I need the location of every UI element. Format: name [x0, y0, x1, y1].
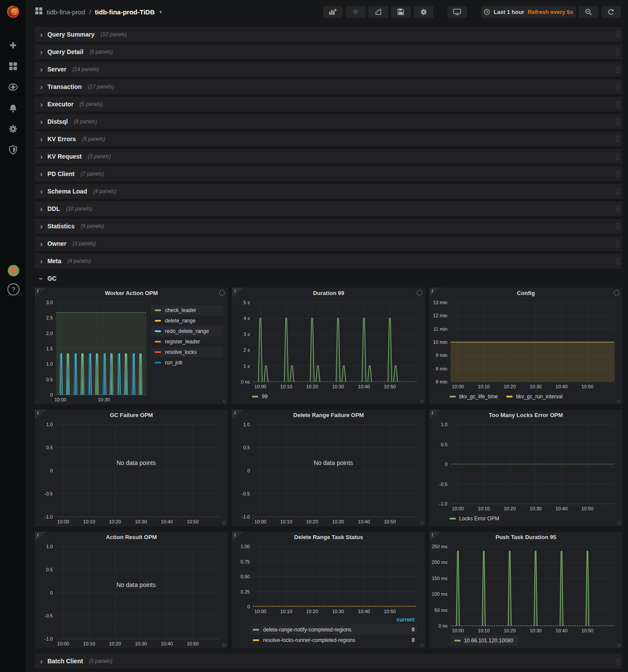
drag-handle-icon[interactable]: ⣿ [615, 65, 620, 73]
drag-handle-icon[interactable]: ⣿ [615, 187, 620, 195]
resize-handle-icon[interactable] [420, 400, 424, 403]
time-picker-button[interactable]: Last 1 hour Refresh every 5s [481, 6, 576, 18]
settings-gear-button[interactable] [414, 6, 433, 18]
tv-mode-button[interactable] [447, 6, 467, 18]
legend-item[interactable]: resolve_locks [151, 347, 223, 357]
breadcrumb-folder[interactable]: tidb-fina-prod [47, 8, 85, 16]
grafana-logo[interactable] [5, 3, 21, 20]
legend-item[interactable]: tikv_gc_life_time [450, 394, 498, 400]
explore-compass-icon[interactable] [8, 82, 18, 92]
drag-handle-icon[interactable]: ⣿ [615, 205, 620, 213]
panel-title[interactable]: Delete Range Failure OPM [232, 410, 425, 421]
drag-handle-icon[interactable]: ⣿ [615, 657, 620, 665]
chart-area[interactable]: 1.000.750.500.25010:0010:1010:2010:3010:… [234, 543, 421, 615]
resize-handle-icon[interactable] [618, 644, 621, 647]
resize-handle-icon[interactable] [223, 522, 226, 525]
drag-handle-icon[interactable]: ⣿ [615, 48, 620, 56]
svg-text:0.5: 0.5 [243, 445, 250, 450]
dashboard-row[interactable]: › Query Summary (10 panels) ⣿ [35, 27, 622, 42]
legend-item[interactable]: register_leader [151, 336, 223, 347]
resize-handle-icon[interactable] [223, 400, 226, 403]
resize-handle-icon[interactable] [420, 522, 424, 525]
resize-handle-icon[interactable] [618, 400, 621, 403]
legend-current-header[interactable]: current [250, 615, 417, 624]
legend-item[interactable]: delete_range [151, 316, 223, 326]
legend-item[interactable]: Locks Error OPM [450, 516, 499, 522]
chart-area[interactable]: 5 s4 s3 s2 s1 s0 ns10:0010:1010:2010:301… [234, 299, 421, 390]
configuration-gear-icon[interactable] [8, 124, 18, 134]
legend-item[interactable]: run_job [151, 357, 223, 368]
help-icon[interactable]: ? [7, 283, 20, 295]
drag-handle-icon[interactable]: ⣿ [615, 153, 620, 160]
svg-text:100 ms: 100 ms [432, 591, 448, 597]
dashboard-row[interactable]: › Owner (3 panels) ⣿ [35, 236, 622, 251]
legend-item[interactable]: check_leader [151, 305, 223, 316]
chart-area[interactable]: 250 ms200 ms150 ms100 ms50 ms0 ns10:0010… [431, 543, 619, 635]
share-button[interactable] [369, 6, 388, 18]
resize-handle-icon[interactable] [420, 644, 424, 647]
sidebar: ? [0, 0, 26, 672]
legend-item[interactable]: 99 [252, 394, 267, 400]
panel-title[interactable]: Duration 99 [232, 288, 425, 299]
svg-text:10:20: 10:20 [504, 384, 516, 389]
star-button[interactable]: ☆ [346, 6, 365, 18]
add-panel-button[interactable] [323, 6, 343, 18]
drag-handle-icon[interactable]: ⣿ [615, 240, 620, 248]
chart-area[interactable]: 3.02.52.01.51.00.5010:0010:30 [37, 299, 151, 404]
legend-item[interactable]: delete-range-notify-completed-regions0 [250, 624, 417, 635]
dashboard-row[interactable]: › Batch Client (5 panels) ⣿ [35, 654, 622, 669]
create-plus-icon[interactable] [8, 40, 18, 51]
legend-table: currentdelete-range-notify-completed-reg… [234, 615, 421, 648]
dashboard-row[interactable]: › PD Client (7 panels) ⣿ [35, 166, 622, 181]
dashboard-row[interactable]: › Schema Load (4 panels) ⣿ [35, 184, 622, 199]
panel-title[interactable]: Push Task Duration 95 [430, 532, 622, 543]
panel-title[interactable]: Delete Range Task Status [232, 532, 425, 543]
legend-item[interactable]: tikv_gc_run_interval [506, 394, 563, 400]
drag-handle-icon[interactable]: ⣿ [615, 135, 620, 143]
dashboard-row[interactable]: › Executor (5 panels) ⣿ [35, 97, 622, 112]
panel-title[interactable]: GC Failure OPM [35, 410, 228, 421]
dashboard-row[interactable]: › Query Detail (6 panels) ⣿ [35, 44, 622, 59]
drag-handle-icon[interactable]: ⣿ [615, 83, 620, 91]
drag-handle-icon[interactable]: ⣿ [615, 257, 620, 265]
chart-area[interactable]: 1.00.50-0.5-1.010:0010:1010:2010:3010:40… [431, 421, 619, 512]
panel-title[interactable]: Config [430, 288, 622, 299]
legend-item[interactable]: resolve-locks-runner-completed-regions0 [250, 635, 417, 645]
legend: 10.66.101.120:10080 [431, 635, 619, 648]
svg-text:1.5: 1.5 [46, 346, 53, 351]
zoom-out-button[interactable] [579, 6, 598, 18]
chart-area[interactable]: No data points1.00.50-0.5-1.010:0010:101… [234, 421, 421, 526]
dashboard-row[interactable]: › KV Errors (5 panels) ⣿ [35, 132, 622, 146]
save-button[interactable] [391, 6, 411, 18]
dashboard-row[interactable]: › Statistics (9 panels) ⣿ [35, 219, 622, 234]
resize-handle-icon[interactable] [223, 644, 226, 647]
drag-handle-icon[interactable]: ⣿ [615, 118, 620, 126]
drag-handle-icon[interactable]: ⣿ [615, 222, 620, 230]
user-avatar[interactable] [7, 265, 20, 277]
legend-item[interactable]: 10.66.101.120:10080 [450, 635, 518, 646]
dashboard-row[interactable]: › Transaction (17 panels) ⣿ [35, 79, 622, 94]
chart-area[interactable]: No data points1.00.50-0.5-1.010:0010:101… [37, 421, 224, 526]
row-gc-header[interactable]: › GC [35, 271, 622, 286]
panel-title[interactable]: Action Result OPM [35, 532, 228, 543]
resize-handle-icon[interactable] [618, 522, 621, 525]
breadcrumb[interactable]: tidb-fina-prod / tidb-fina-prod-TiDB ▾ [35, 7, 162, 17]
dashboard-row[interactable]: › DDL (10 panels) ⣿ [35, 201, 622, 216]
chart-area[interactable]: No data points1.00.50-0.5-1.010:0010:101… [37, 543, 224, 648]
dashboard-row[interactable]: › Meta (4 panels) ⣿ [35, 254, 622, 268]
drag-handle-icon[interactable]: ⣿ [615, 170, 620, 178]
chart-area[interactable]: 13 min12 min11 min10 min9 min8 min8 min1… [431, 299, 619, 390]
dashboard-row[interactable]: › Distsql (8 panels) ⣿ [35, 114, 622, 129]
drag-handle-icon[interactable]: ⣿ [615, 100, 620, 108]
alerting-bell-icon[interactable] [8, 103, 18, 113]
legend-item[interactable]: redo_delete_range [151, 326, 223, 336]
server-admin-shield-icon[interactable] [8, 145, 18, 155]
panel-title[interactable]: Worker Action OPM [35, 288, 228, 299]
panel-title[interactable]: Too Many Locks Error OPM [430, 410, 622, 421]
dashboards-icon[interactable] [8, 61, 18, 71]
dashboard-row[interactable]: › KV Request (3 panels) ⣿ [35, 149, 622, 164]
dashboard-title[interactable]: tidb-fina-prod-TiDB [95, 8, 155, 16]
refresh-button[interactable] [601, 6, 621, 18]
dashboard-row[interactable]: › Server (14 panels) ⣿ [35, 62, 622, 77]
drag-handle-icon[interactable]: ⣿ [615, 31, 620, 38]
